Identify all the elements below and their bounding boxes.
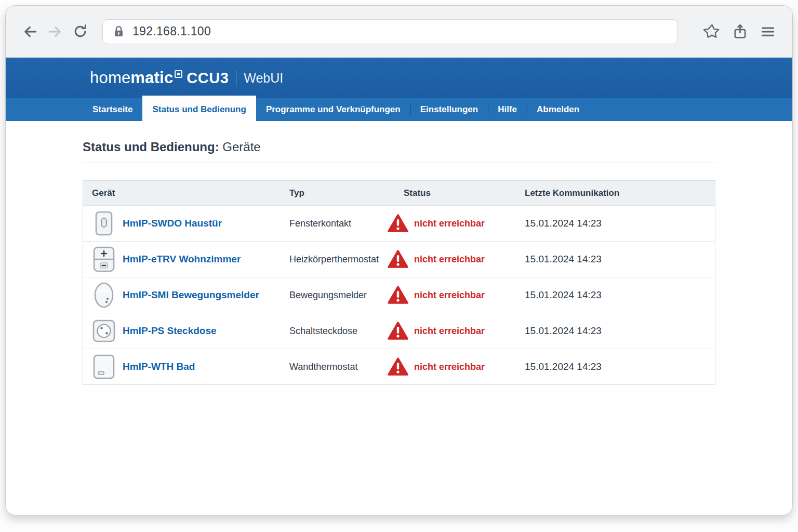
url-bar[interactable]: 192.168.1.100 [102,19,678,44]
status-text: nicht erreichbar [414,218,485,229]
door-contact-icon [92,211,116,236]
reload-icon[interactable] [71,23,89,41]
last-communication: 15.01.2024 14:23 [525,361,715,373]
page-title-subject: Geräte [219,140,261,154]
device-type: Heizkörperthermostat [289,254,388,265]
device-link[interactable]: HmIP-WTH Bad [123,361,195,373]
table-row: HmIP-SWDO HaustürFensterkontaktnicht err… [83,205,715,241]
nav-tab-abmelden[interactable]: Abmelden [527,98,589,121]
warning-triangle-icon [388,250,408,269]
app-logo: homematic CCU3 WebUI [90,69,283,87]
share-icon[interactable] [731,23,749,41]
title-divider [83,163,715,163]
bookmark-star-icon[interactable] [703,23,721,41]
status-cell: nicht erreichbar [388,214,525,233]
device-cell: HmIP-PS Steckdose [83,320,289,342]
logo-webui-text: WebUI [244,71,283,86]
status-text: nicht erreichbar [414,290,485,301]
nav-tab-einstellungen[interactable]: Einstellungen [410,98,488,121]
last-communication: 15.01.2024 14:23 [525,289,715,301]
table-row: HmIP-WTH BadWandthermostatnicht erreichb… [83,349,715,384]
column-header-status: Status [388,188,525,198]
url-text: 192.168.1.100 [132,24,211,38]
motion-detector-icon [92,282,116,309]
device-type: Wandthermostat [289,362,388,373]
column-header-gerät: Gerät [83,188,289,198]
last-communication: 15.01.2024 14:23 [525,218,715,229]
device-type: Bewegungsmelder [289,290,388,301]
device-link[interactable]: HmIP-PS Steckdose [123,325,217,337]
logo-divider [236,70,236,86]
browser-window: 192.168.1.100 homematic CCU3 WebUI S [5,5,793,515]
nav-tab-programme-und-verknüpfungen[interactable]: Programme und Verknüpfungen [256,98,410,121]
device-link[interactable]: HmIP-eTRV Wohnzimmer [123,254,241,265]
table-row: HmIP-SMI BewegungsmelderBewegungsmeldern… [83,277,715,313]
table-row: HmIP-eTRV WohnzimmerHeizkörperthermostat… [83,241,715,277]
warning-triangle-icon [388,357,408,376]
device-cell: HmIP-eTRV Wohnzimmer [83,246,289,272]
status-text: nicht erreichbar [414,254,485,265]
main-content: Status und Bedienung: Geräte GerätTypSta… [6,121,792,515]
table-row: HmIP-PS SteckdoseSchaltsteckdosenicht er… [83,313,715,349]
page-title-section: Status und Bedienung: [83,140,219,154]
device-type: Schaltsteckdose [289,326,388,337]
app-nav: StartseiteStatus und BedienungProgramme … [6,98,792,121]
warning-triangle-icon [388,322,408,340]
status-text: nicht erreichbar [414,326,485,337]
wall-thermostat-icon [92,354,116,379]
page-title: Status und Bedienung: Geräte [83,140,715,154]
power-socket-icon [92,320,116,342]
device-cell: HmIP-SMI Bewegungsmelder [83,282,289,309]
status-cell: nicht erreichbar [388,250,525,269]
app-header: homematic CCU3 WebUI [6,58,792,98]
column-header-typ: Typ [289,188,388,198]
device-cell: HmIP-SWDO Haustür [83,211,289,236]
warning-triangle-icon [388,286,408,304]
last-communication: 15.01.2024 14:23 [525,254,715,265]
warning-triangle-icon [388,214,408,233]
homematic-mark-icon [175,70,182,78]
nav-tab-hilfe[interactable]: Hilfe [488,98,527,121]
logo-home-text: home [90,69,130,87]
nav-tab-startseite[interactable]: Startseite [83,98,142,121]
status-text: nicht erreichbar [414,362,485,373]
back-arrow-icon[interactable] [21,23,39,41]
browser-toolbar: 192.168.1.100 [6,6,792,58]
lock-icon [112,25,125,38]
device-link[interactable]: HmIP-SWDO Haustür [123,218,222,229]
last-communication: 15.01.2024 14:23 [525,325,715,337]
device-type: Fensterkontakt [289,218,388,229]
device-table: GerätTypStatusLetzte KommunikationHmIP-S… [83,180,715,385]
status-cell: nicht erreichbar [388,286,525,304]
status-cell: nicht erreichbar [388,322,525,340]
table-header-row: GerätTypStatusLetzte Kommunikation [83,181,715,205]
radiator-thermostat-icon [92,246,116,272]
logo-product-text: CCU3 [187,70,229,87]
nav-tab-status-und-bedienung[interactable]: Status und Bedienung [142,96,256,121]
device-link[interactable]: HmIP-SMI Bewegungsmelder [123,289,259,301]
forward-arrow-icon[interactable] [46,23,64,41]
column-header-letzte-kommunikation: Letzte Kommunikation [525,188,715,198]
menu-icon[interactable] [759,23,777,41]
status-cell: nicht erreichbar [388,357,525,376]
device-cell: HmIP-WTH Bad [83,354,289,379]
logo-matic-text: matic [130,69,173,87]
